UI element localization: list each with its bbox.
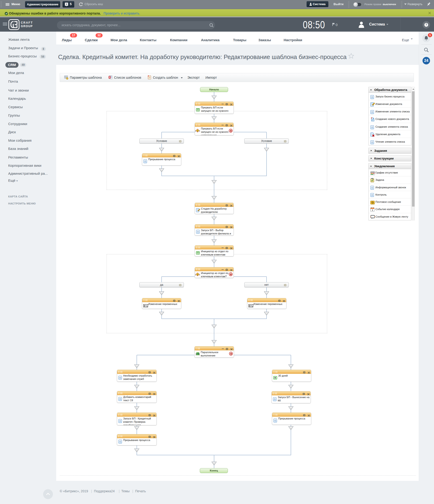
svg-text:$: $ [249, 305, 250, 307]
svg-text:1: 1 [372, 209, 373, 211]
svg-text:?: ? [197, 129, 198, 132]
svg-text:$: $ [144, 305, 145, 307]
svg-text:b: b [147, 306, 148, 307]
svg-text:b: b [252, 306, 253, 307]
svg-text:?: ? [197, 273, 198, 276]
